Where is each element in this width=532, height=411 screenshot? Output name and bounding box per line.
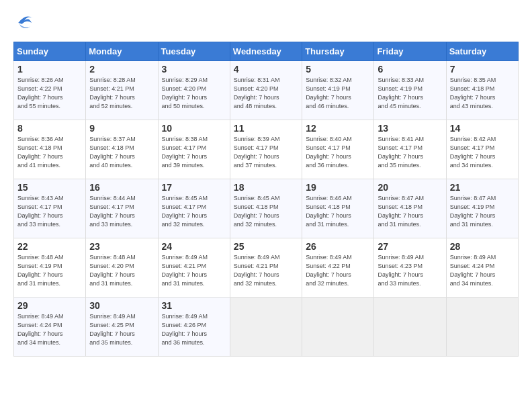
day-info: Sunrise: 8:38 AM Sunset: 4:17 PM Dayligh… [162, 135, 226, 170]
day-number: 1 [17, 64, 82, 75]
header-monday: Monday [86, 42, 158, 61]
calendar-cell: 13Sunrise: 8:41 AM Sunset: 4:17 PM Dayli… [374, 120, 446, 179]
day-number: 9 [89, 123, 154, 134]
day-info: Sunrise: 8:37 AM Sunset: 4:18 PM Dayligh… [89, 135, 154, 170]
calendar-cell: 11Sunrise: 8:39 AM Sunset: 4:17 PM Dayli… [230, 120, 302, 179]
week-row-4: 22Sunrise: 8:48 AM Sunset: 4:19 PM Dayli… [14, 238, 519, 298]
day-info: Sunrise: 8:42 AM Sunset: 4:17 PM Dayligh… [450, 135, 515, 170]
calendar-cell: 2Sunrise: 8:28 AM Sunset: 4:21 PM Daylig… [86, 61, 158, 120]
day-number: 20 [378, 182, 442, 193]
day-info: Sunrise: 8:48 AM Sunset: 4:20 PM Dayligh… [89, 253, 154, 288]
day-number: 22 [17, 241, 82, 252]
day-info: Sunrise: 8:45 AM Sunset: 4:18 PM Dayligh… [234, 194, 298, 229]
calendar-cell: 16Sunrise: 8:44 AM Sunset: 4:17 PM Dayli… [86, 179, 158, 238]
day-number: 12 [306, 123, 370, 134]
day-info: Sunrise: 8:49 AM Sunset: 4:24 PM Dayligh… [450, 253, 515, 288]
header-friday: Friday [374, 42, 446, 61]
logo [13, 11, 40, 35]
day-number: 2 [89, 64, 154, 75]
day-info: Sunrise: 8:32 AM Sunset: 4:19 PM Dayligh… [306, 76, 370, 111]
calendar-cell: 23Sunrise: 8:48 AM Sunset: 4:20 PM Dayli… [86, 238, 158, 298]
calendar-cell: 7Sunrise: 8:35 AM Sunset: 4:18 PM Daylig… [446, 61, 518, 120]
week-row-2: 8Sunrise: 8:36 AM Sunset: 4:18 PM Daylig… [14, 120, 519, 179]
day-number: 13 [378, 123, 442, 134]
calendar-cell [374, 298, 446, 357]
day-number: 23 [89, 241, 154, 252]
day-number: 3 [162, 64, 226, 75]
calendar-cell: 22Sunrise: 8:48 AM Sunset: 4:19 PM Dayli… [14, 238, 86, 298]
day-info: Sunrise: 8:40 AM Sunset: 4:17 PM Dayligh… [306, 135, 370, 170]
header-tuesday: Tuesday [158, 42, 230, 61]
day-number: 21 [450, 182, 515, 193]
logo-icon [13, 11, 38, 35]
day-info: Sunrise: 8:29 AM Sunset: 4:20 PM Dayligh… [162, 76, 226, 111]
day-number: 27 [378, 241, 442, 252]
calendar-cell: 10Sunrise: 8:38 AM Sunset: 4:17 PM Dayli… [158, 120, 230, 179]
day-number: 7 [450, 64, 515, 75]
day-number: 31 [162, 300, 226, 311]
calendar-cell: 21Sunrise: 8:47 AM Sunset: 4:19 PM Dayli… [446, 179, 518, 238]
calendar-cell: 12Sunrise: 8:40 AM Sunset: 4:17 PM Dayli… [302, 120, 374, 179]
calendar-cell: 30Sunrise: 8:49 AM Sunset: 4:25 PM Dayli… [86, 298, 158, 357]
week-row-3: 15Sunrise: 8:43 AM Sunset: 4:17 PM Dayli… [14, 179, 519, 238]
day-number: 11 [234, 123, 298, 134]
calendar-cell: 14Sunrise: 8:42 AM Sunset: 4:17 PM Dayli… [446, 120, 518, 179]
day-number: 19 [306, 182, 370, 193]
day-header-row: SundayMondayTuesdayWednesdayThursdayFrid… [14, 42, 519, 61]
day-info: Sunrise: 8:48 AM Sunset: 4:19 PM Dayligh… [17, 253, 82, 288]
week-row-1: 1Sunrise: 8:26 AM Sunset: 4:22 PM Daylig… [14, 61, 519, 120]
day-number: 10 [162, 123, 226, 134]
day-number: 25 [234, 241, 298, 252]
day-number: 6 [378, 64, 442, 75]
day-info: Sunrise: 8:31 AM Sunset: 4:20 PM Dayligh… [234, 76, 298, 111]
day-info: Sunrise: 8:36 AM Sunset: 4:18 PM Dayligh… [17, 135, 82, 170]
day-number: 14 [450, 123, 515, 134]
calendar-cell: 6Sunrise: 8:33 AM Sunset: 4:19 PM Daylig… [374, 61, 446, 120]
day-info: Sunrise: 8:41 AM Sunset: 4:17 PM Dayligh… [378, 135, 442, 170]
day-number: 29 [17, 300, 82, 311]
day-number: 4 [234, 64, 298, 75]
day-number: 18 [234, 182, 298, 193]
calendar-cell: 31Sunrise: 8:49 AM Sunset: 4:26 PM Dayli… [158, 298, 230, 357]
day-info: Sunrise: 8:49 AM Sunset: 4:22 PM Dayligh… [306, 253, 370, 288]
day-info: Sunrise: 8:49 AM Sunset: 4:23 PM Dayligh… [378, 253, 442, 288]
calendar-cell: 15Sunrise: 8:43 AM Sunset: 4:17 PM Dayli… [14, 179, 86, 238]
header-sunday: Sunday [14, 42, 86, 61]
day-info: Sunrise: 8:43 AM Sunset: 4:17 PM Dayligh… [17, 194, 82, 229]
calendar-table: SundayMondayTuesdayWednesdayThursdayFrid… [13, 42, 519, 357]
calendar-cell: 3Sunrise: 8:29 AM Sunset: 4:20 PM Daylig… [158, 61, 230, 120]
week-row-5: 29Sunrise: 8:49 AM Sunset: 4:24 PM Dayli… [14, 298, 519, 357]
day-number: 5 [306, 64, 370, 75]
calendar-cell: 28Sunrise: 8:49 AM Sunset: 4:24 PM Dayli… [446, 238, 518, 298]
day-info: Sunrise: 8:47 AM Sunset: 4:19 PM Dayligh… [450, 194, 515, 229]
day-info: Sunrise: 8:28 AM Sunset: 4:21 PM Dayligh… [89, 76, 154, 111]
calendar-cell: 26Sunrise: 8:49 AM Sunset: 4:22 PM Dayli… [302, 238, 374, 298]
day-number: 30 [89, 300, 154, 311]
day-info: Sunrise: 8:39 AM Sunset: 4:17 PM Dayligh… [234, 135, 298, 170]
calendar-cell [446, 298, 518, 357]
day-info: Sunrise: 8:35 AM Sunset: 4:18 PM Dayligh… [450, 76, 515, 111]
day-info: Sunrise: 8:47 AM Sunset: 4:18 PM Dayligh… [378, 194, 442, 229]
day-number: 26 [306, 241, 370, 252]
day-info: Sunrise: 8:49 AM Sunset: 4:25 PM Dayligh… [89, 312, 154, 347]
calendar-cell [302, 298, 374, 357]
day-info: Sunrise: 8:46 AM Sunset: 4:18 PM Dayligh… [306, 194, 370, 229]
calendar-cell: 25Sunrise: 8:49 AM Sunset: 4:21 PM Dayli… [230, 238, 302, 298]
day-info: Sunrise: 8:49 AM Sunset: 4:24 PM Dayligh… [17, 312, 82, 347]
header-thursday: Thursday [302, 42, 374, 61]
day-number: 8 [17, 123, 82, 134]
day-info: Sunrise: 8:49 AM Sunset: 4:26 PM Dayligh… [162, 312, 226, 347]
calendar-cell: 9Sunrise: 8:37 AM Sunset: 4:18 PM Daylig… [86, 120, 158, 179]
day-number: 28 [450, 241, 515, 252]
day-number: 15 [17, 182, 82, 193]
day-number: 24 [162, 241, 226, 252]
day-info: Sunrise: 8:26 AM Sunset: 4:22 PM Dayligh… [17, 76, 82, 111]
calendar-cell: 29Sunrise: 8:49 AM Sunset: 4:24 PM Dayli… [14, 298, 86, 357]
calendar-cell: 5Sunrise: 8:32 AM Sunset: 4:19 PM Daylig… [302, 61, 374, 120]
day-info: Sunrise: 8:33 AM Sunset: 4:19 PM Dayligh… [378, 76, 442, 111]
header-wednesday: Wednesday [230, 42, 302, 61]
day-info: Sunrise: 8:49 AM Sunset: 4:21 PM Dayligh… [234, 253, 298, 288]
calendar-cell: 1Sunrise: 8:26 AM Sunset: 4:22 PM Daylig… [14, 61, 86, 120]
day-info: Sunrise: 8:49 AM Sunset: 4:21 PM Dayligh… [162, 253, 226, 288]
calendar-cell: 17Sunrise: 8:45 AM Sunset: 4:17 PM Dayli… [158, 179, 230, 238]
